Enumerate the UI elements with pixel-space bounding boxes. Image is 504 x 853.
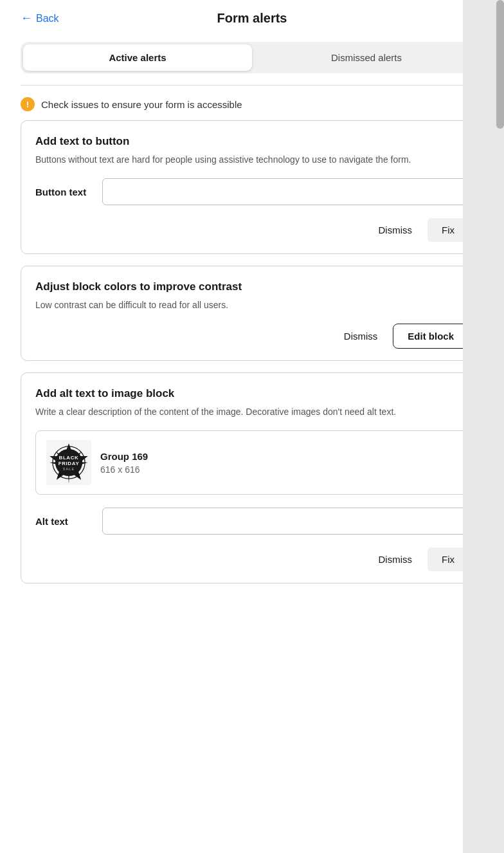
alert-desc-2: Low contrast can be difficult to read fo… <box>35 298 469 312</box>
alt-text-input[interactable] <box>102 508 469 535</box>
image-dimensions: 616 x 616 <box>100 464 148 475</box>
section-header: ! Check issues to ensure your form is ac… <box>21 86 483 120</box>
alert-title-1: Add text to button <box>35 135 469 148</box>
alert-card-adjust-block-colors: Adjust block colors to improve contrast … <box>21 266 483 361</box>
back-button[interactable]: ← Back <box>21 12 59 25</box>
alert-desc-3: Write a clear description of the content… <box>35 405 469 419</box>
black-friday-image: BLACK FRIDAY SALE <box>48 441 90 484</box>
alert-1-dismiss-button[interactable]: Dismiss <box>372 219 419 241</box>
svg-text:BLACK: BLACK <box>59 455 79 461</box>
tab-switcher: Active alerts Dismissed alerts <box>21 42 483 73</box>
image-thumbnail: BLACK FRIDAY SALE <box>46 440 91 485</box>
button-text-label: Button text <box>35 187 93 197</box>
back-label: Back <box>36 13 59 24</box>
alert-title-2: Adjust block colors to improve contrast <box>35 280 469 293</box>
warning-icon: ! <box>21 97 35 111</box>
button-text-input[interactable] <box>102 178 469 205</box>
image-name: Group 169 <box>100 451 148 462</box>
alt-text-field-row: Alt text <box>35 508 469 535</box>
page-title: Form alerts <box>217 11 287 26</box>
alert-card-add-alt-text: Add alt text to image block Write a clea… <box>21 372 483 583</box>
alert-3-actions: Dismiss Fix <box>35 547 469 571</box>
section-header-left: ! Check issues to ensure your form is ac… <box>21 97 242 111</box>
alert-2-edit-block-button[interactable]: Edit block <box>393 324 469 349</box>
section-header-text: Check issues to ensure your form is acce… <box>41 99 242 110</box>
svg-text:FRIDAY: FRIDAY <box>59 461 80 466</box>
tab-active-alerts[interactable]: Active alerts <box>23 44 252 71</box>
image-item: BLACK FRIDAY SALE Group 169 616 x 616 <box>35 430 469 495</box>
alt-text-label: Alt text <box>35 516 93 527</box>
alert-card-add-text-to-button: Add text to button Buttons without text … <box>21 120 483 254</box>
button-text-field-row: Button text <box>35 178 469 205</box>
tab-dismissed-alerts[interactable]: Dismissed alerts <box>252 44 481 71</box>
alert-desc-1: Buttons without text are hard for people… <box>35 153 469 167</box>
back-arrow-icon: ← <box>21 12 32 25</box>
alert-1-actions: Dismiss Fix <box>35 218 469 242</box>
image-info: Group 169 616 x 616 <box>100 451 148 475</box>
alert-3-dismiss-button[interactable]: Dismiss <box>372 549 419 570</box>
alert-2-dismiss-button[interactable]: Dismiss <box>338 326 384 347</box>
svg-text:SALE: SALE <box>63 467 75 471</box>
alert-2-actions: Dismiss Edit block <box>35 324 469 349</box>
page-header: ← Back Form alerts <box>21 0 483 37</box>
alert-title-3: Add alt text to image block <box>35 387 469 400</box>
